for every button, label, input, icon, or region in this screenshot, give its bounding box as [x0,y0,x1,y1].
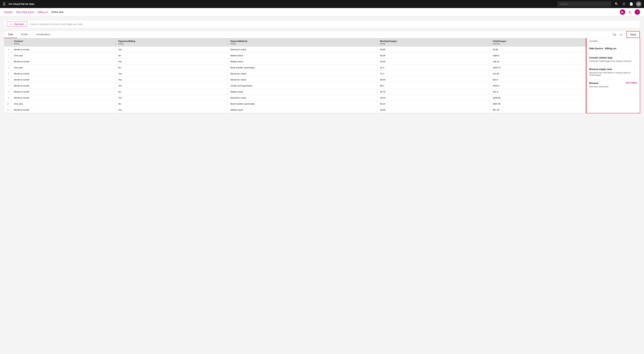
breadcrumb-telco[interactable]: Telco Data and AI [16,11,34,14]
redo-button[interactable] [618,32,624,37]
cell-payment: Electronic check [228,95,377,101]
cell-payment: Electronic check [228,71,377,77]
row-num-header [4,38,11,46]
cell-total: 29.85 [490,46,586,53]
avatar[interactable]: SD [636,1,641,7]
row-num-cell: 11 [4,107,11,113]
app-title: IBM Cloud Pak for Data [8,3,555,5]
search-icon[interactable]: 🔍 [614,1,619,7]
cell-monthly: 56.15 [377,101,490,107]
tab-bar: Data Profile Visualizations Steps [4,31,640,38]
table-row: 1 Month-to-month Yes Electronic check 29… [4,46,586,53]
cell-contract: Month-to-month [11,89,116,95]
cell-total: 301.9 [490,89,586,95]
step-item[interactable]: Remove empty rows Removed rows with blan… [586,65,640,79]
col-header-monthly: MonthlyCharges String [377,38,490,46]
operation-hint: Code an operation to cleanse and shape y… [30,23,83,26]
row-num-cell: 8 [4,89,11,95]
info-button[interactable]: i [634,10,640,15]
data-steps-wrapper: Contract String PaperlessBilling String … [4,38,640,113]
step-title: Data Source : billing.csv [589,47,616,50]
step-title: Convert column type [589,56,612,59]
row-num-cell: 9 [4,95,11,101]
row-num-cell: 3 [4,59,11,65]
table-row: 5 Month-to-month Yes Electronic check 70… [4,71,586,77]
export-button[interactable] [627,10,632,15]
data-table: Contract String PaperlessBilling String … [4,38,586,113]
top-navigation: ☰ IBM Cloud Pak for Data 🔍 ☷ 📄 SD [0,0,644,8]
table-row: 8 Month-to-month No Mailed check 29.75 3… [4,89,586,95]
cell-payment: Bank transfer (automatic) [228,65,377,71]
cell-paperless: Yes [116,59,228,65]
cell-monthly: 104.8 [377,95,490,101]
step-badge: JUST ADDED [626,82,637,84]
col-header-payment: PaymentMethod String [228,38,377,46]
cell-contract: One year [11,101,116,107]
row-num-cell: 1 [4,46,11,53]
cell-contract: Month-to-month [11,46,116,53]
cell-paperless: Yes [116,46,228,53]
breadcrumb-projects[interactable]: Projects [4,11,12,14]
table-row: 4 One year No Bank transfer (automatic) … [4,65,586,71]
breadcrumb-sep-3: › [49,11,50,14]
cell-paperless: Yes [116,71,228,77]
table-row: 2 One year No Mailed check 56.95 1889.5 [4,53,586,59]
cell-paperless: No [116,53,228,59]
cell-monthly: 53.85 [377,59,490,65]
cell-total: 108.15 [490,59,586,65]
cell-total: 151.65 [490,71,586,77]
row-num-cell: 10 [4,101,11,107]
cell-total: 587.45 [490,107,586,113]
table-row: 11 Month-to-month Yes Mailed check 49.95… [4,107,586,113]
row-num-cell: 5 [4,71,11,77]
cell-contract: Month-to-month [11,95,116,101]
breadcrumb-billing[interactable]: billing.csv [38,11,48,14]
cell-payment: Credit card (automatic) [228,83,377,89]
step-item[interactable]: Data Source : billing.csv [586,44,640,54]
cell-monthly: 42.3 [377,65,490,71]
steps-button[interactable]: Steps [626,31,640,38]
cell-paperless: Yes [116,83,228,89]
tab-visualizations[interactable]: Visualizations [32,31,54,38]
cell-total: 1840.75 [490,65,586,71]
cell-total: 1889.5 [490,53,586,59]
cell-payment: Mailed check [228,53,377,59]
breadcrumb: Projects › Telco Data and AI › billing.c… [0,8,644,16]
cell-total: 3487.95 [490,101,586,107]
cell-monthly: 70.7 [377,71,490,77]
top-nav-icons: 🔍 ☷ 📄 SD [614,1,641,7]
cell-monthly: 89.1 [377,83,490,89]
step-item[interactable]: Remove JUST ADDED Removed customerID [586,79,640,90]
cell-payment: Mailed check [228,89,377,95]
cell-monthly: 29.85 [377,46,490,53]
operation-button[interactable]: + + Operation [7,22,27,27]
cell-contract: Month-to-month [11,107,116,113]
step-desc: Converted TotalCharges from String to De… [589,60,637,62]
cell-contract: One year [11,65,116,71]
table-row: 10 One year No Bank transfer (automatic)… [4,101,586,107]
undo-redo-group [612,32,625,37]
main-content: + + Operation Code an operation to clean… [0,16,644,117]
row-num-cell: 4 [4,65,11,71]
step-title: Remove empty rows [589,68,612,70]
tab-profile[interactable]: Profile [17,31,32,38]
tab-data[interactable]: Data [4,31,17,38]
hamburger-menu-icon[interactable]: ☰ [3,2,6,6]
cell-payment: Electronic check [228,46,377,53]
cell-paperless: Yes [116,95,228,101]
undo-button[interactable] [612,32,617,37]
search-input[interactable] [558,1,611,7]
cell-total: 1949.4 [490,83,586,89]
cell-payment: Bank transfer (automatic) [228,101,377,107]
document-icon[interactable]: 📄 [628,1,634,7]
row-num-cell: 6 [4,77,11,83]
run-button[interactable]: ▶ [620,10,625,15]
cell-monthly: 29.75 [377,89,490,95]
cell-monthly: 99.65 [377,77,490,83]
grid-icon[interactable]: ☷ [621,1,626,7]
step-item[interactable]: Convert column type Converted TotalCharg… [586,54,640,65]
operation-bar: + + Operation Code an operation to clean… [4,20,640,28]
svg-rect-0 [628,13,631,13]
col-header-contract: Contract String [11,38,116,46]
steps-header: 3 STEPS [586,38,640,44]
